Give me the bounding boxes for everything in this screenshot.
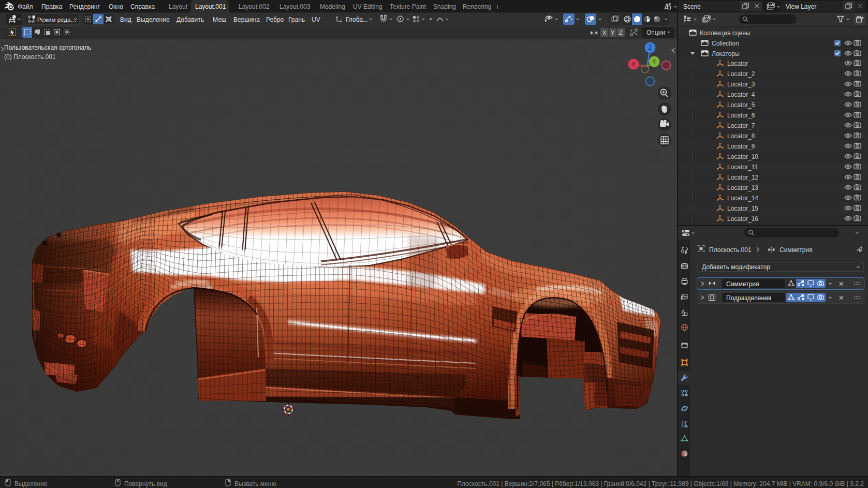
svg-text:X: X (631, 61, 636, 67)
svg-text:Z: Z (649, 45, 652, 51)
svg-text:Y: Y (652, 58, 656, 65)
